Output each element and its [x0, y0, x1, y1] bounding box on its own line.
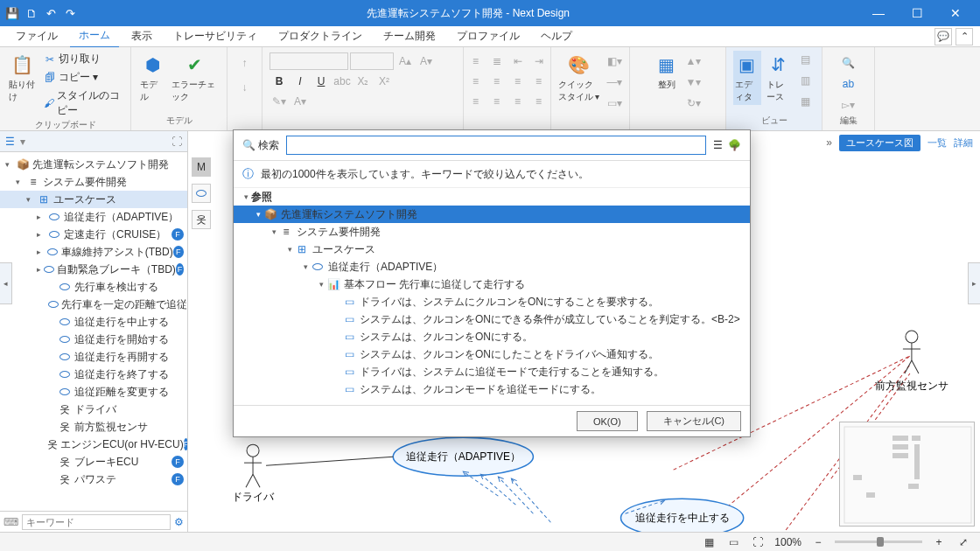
align-button[interactable]: ▦整列	[653, 51, 681, 93]
bold-button[interactable]: B	[270, 73, 289, 90]
redo-icon[interactable]: ↷	[63, 6, 77, 20]
bring-front-icon[interactable]: ▲▾	[684, 52, 704, 70]
font-shrink-icon[interactable]: A▾	[416, 52, 436, 70]
tree-actor[interactable]: ブレーキECU	[74, 455, 138, 470]
editor-view-button[interactable]: ▣エディタ	[733, 51, 761, 105]
flat-view-icon[interactable]: ☰	[713, 139, 723, 151]
numbering-icon[interactable]: ≣	[487, 52, 507, 70]
close-button[interactable]: ✕	[936, 0, 975, 26]
tree-opt2-icon[interactable]: ⛶	[172, 136, 182, 148]
dialog-step[interactable]: システムは、クルコンモードを追従モードにする。	[360, 382, 601, 397]
up-icon[interactable]: ↑	[235, 54, 255, 72]
tab-productline[interactable]: プロダクトライン	[270, 25, 371, 47]
tree-opt-icon[interactable]: ▾	[20, 136, 25, 148]
quick-style-button[interactable]: 🎨クイック スタイル ▾	[556, 51, 602, 105]
chat-icon[interactable]: 💬	[934, 28, 952, 45]
dialog-node[interactable]: 先進運転システムソフト開発	[281, 207, 417, 222]
model-tree[interactable]: ▾📦先進運転システムソフト開発 ▾≡システム要件開発 ▾⊞ユースケース ▸追従走…	[0, 152, 187, 511]
status-fit-icon[interactable]: ⛶	[750, 535, 766, 549]
dialog-step[interactable]: システムは、クルコンをONにしたことをドライバへ通知する。	[360, 347, 659, 362]
tree-node[interactable]: システム要件開発	[43, 175, 127, 190]
paste-button[interactable]: 📋貼り付け	[7, 51, 38, 105]
tab-view[interactable]: 表示	[122, 25, 161, 47]
tree-root[interactable]: 先進運転システムソフト開発	[32, 157, 169, 172]
tab-help[interactable]: ヘルプ	[532, 25, 581, 47]
cut-button[interactable]: ✂切り取り	[42, 51, 123, 67]
copy-style-button[interactable]: 🖌スタイルのコピー	[42, 87, 123, 119]
view-opt1-icon[interactable]: ▤	[796, 51, 816, 68]
keyword-input[interactable]	[22, 514, 171, 530]
ok-button[interactable]: OK(O)	[577, 411, 638, 431]
model-button[interactable]: ⬢モデル	[138, 51, 166, 105]
tab-home[interactable]: ホーム	[70, 24, 119, 48]
align-left-icon[interactable]: ≡	[466, 73, 486, 90]
detail-link[interactable]: 詳細	[954, 136, 973, 150]
trace-view-button[interactable]: ⇵トレース	[765, 51, 793, 105]
fill-icon[interactable]: ◧▾	[605, 52, 624, 70]
bullets-icon[interactable]: ≡	[466, 52, 486, 70]
new-icon[interactable]: 🗋	[24, 6, 38, 20]
superscript-button[interactable]: X²	[374, 73, 394, 90]
send-back-icon[interactable]: ▼▾	[684, 73, 704, 91]
tool-m[interactable]: M	[192, 157, 211, 177]
tree-uc[interactable]: 追従距離を変更する	[74, 385, 169, 400]
tree-uc[interactable]: 追従走行を再開する	[74, 350, 169, 365]
filter-icon[interactable]: ⚙	[174, 516, 184, 528]
dialog-step[interactable]: ドライバは、システムに追従モードで走行することを通知する。	[360, 365, 664, 380]
dialog-step[interactable]: ドライバは、システムにクルコンをONにすることを要求する。	[360, 295, 659, 310]
select-icon[interactable]: ▻▾	[839, 96, 858, 114]
tree-uc[interactable]: 定速走行（CRUISE）	[64, 227, 166, 242]
tab-team[interactable]: チーム開発	[374, 25, 444, 47]
tree-icon[interactable]: ☰	[5, 136, 15, 148]
status-page-icon[interactable]: ▭	[725, 535, 741, 549]
replace-icon[interactable]: ab	[839, 75, 858, 93]
tree-uc[interactable]: 自動緊急ブレーキ（TBD)	[57, 262, 176, 277]
view-chip[interactable]: ユースケース図	[839, 135, 920, 151]
zoom-slider[interactable]	[835, 541, 922, 543]
font-color-icon[interactable]: A▾	[290, 93, 310, 110]
dialog-step[interactable]: システムは、クルコンをONにする。	[360, 330, 533, 345]
right-panel-toggle[interactable]: ▸	[968, 262, 980, 304]
tool-ellipse[interactable]	[192, 184, 211, 203]
dialog-node[interactable]: システム要件開発	[297, 225, 381, 240]
dialog-tree[interactable]: ▾参照 ▾📦先進運転システムソフト開発 ▾≡システム要件開発 ▾⊞ユースケース …	[234, 188, 750, 405]
zoom-in-button[interactable]: +	[931, 535, 947, 549]
dialog-step[interactable]: システムは、クルコンをONにできる条件が成立していることを判定する。<B-2>	[360, 312, 740, 327]
tree-uc[interactable]: 車線維持アシスト(TBD)	[61, 245, 173, 260]
line-icon[interactable]: —▾	[605, 73, 624, 91]
tree-uc[interactable]: 追従走行を中止する	[74, 315, 169, 330]
tab-file[interactable]: ファイル	[7, 25, 66, 47]
strike-button[interactable]: abc	[332, 73, 352, 90]
tab-traceability[interactable]: トレーサビリティ	[164, 25, 266, 47]
dialog-node[interactable]: 基本フロー 先行車に追従して走行する	[344, 277, 525, 292]
minimap[interactable]	[839, 422, 975, 527]
collapse-ribbon-icon[interactable]: ⌃	[956, 28, 973, 45]
dialog-node[interactable]: ユースケース	[312, 242, 375, 257]
tree-uc[interactable]: 追従走行（ADAPTIVE）	[64, 210, 178, 225]
cancel-button[interactable]: キャンセル(C)	[647, 411, 741, 431]
zoom-fit-button[interactable]: ⤢	[956, 535, 971, 549]
minimize-button[interactable]: —	[859, 0, 898, 26]
error-check-button[interactable]: ✔エラーチェック	[170, 51, 220, 105]
tree-uc[interactable]: 追従走行を開始する	[74, 332, 169, 347]
subscript-button[interactable]: X₂	[354, 73, 373, 90]
undo-icon[interactable]: ↶	[44, 6, 58, 20]
down-icon[interactable]: ↓	[235, 79, 255, 96]
tool-actor[interactable]: 옷	[192, 210, 211, 229]
copy-button[interactable]: 🗐コピー ▾	[42, 69, 123, 86]
left-panel-toggle[interactable]: ◂	[0, 262, 12, 304]
tab-profile[interactable]: プロファイル	[448, 25, 528, 47]
italic-button[interactable]: I	[290, 73, 310, 90]
zoom-out-button[interactable]: −	[810, 535, 826, 549]
tree-uc[interactable]: 先行車を一定の距離で追従	[61, 297, 187, 312]
dialog-node[interactable]: 追従走行（ADAPTIVE）	[328, 260, 443, 275]
highlight-icon[interactable]: ✎▾	[270, 93, 289, 110]
save-icon[interactable]: 💾	[5, 6, 19, 20]
tree-actor[interactable]: 前方監視センサ	[74, 420, 148, 435]
more-icon[interactable]: »	[826, 136, 832, 149]
tree-actor[interactable]: パワステ	[74, 472, 116, 487]
font-grow-icon[interactable]: A▴	[396, 52, 415, 70]
underline-button[interactable]: U	[312, 73, 331, 90]
tree-uc[interactable]: 追従走行を終了する	[74, 367, 169, 382]
tree-uc[interactable]: 先行車を検出する	[74, 280, 158, 295]
